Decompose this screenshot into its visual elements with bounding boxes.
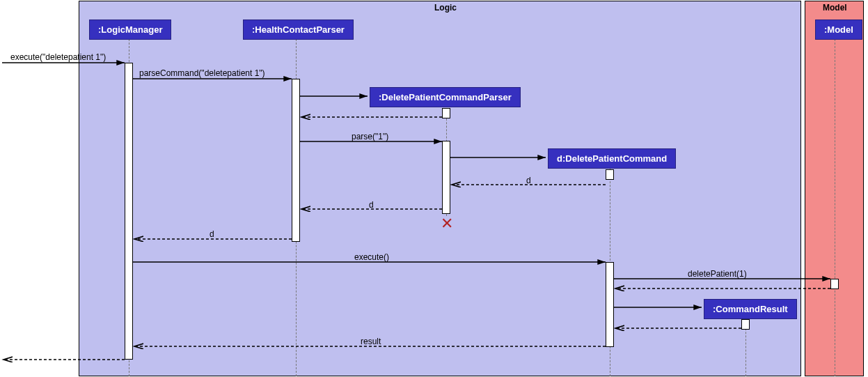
participant-model: :Model [815, 20, 862, 40]
activation-logic-manager [125, 63, 133, 360]
msg-return-d3: d [210, 229, 214, 239]
activation-dpc-parser-2 [442, 141, 450, 214]
msg-return-d1: d [526, 176, 531, 185]
activation-dpc-parser-1 [442, 108, 450, 118]
model-title: Model [823, 3, 847, 13]
participant-logic-manager: :LogicManager [89, 20, 171, 40]
activation-dpc-1 [606, 169, 614, 180]
activation-health-parser [292, 79, 300, 242]
lifeline-model [835, 39, 835, 376]
msg-deletepatient: deletePatient(1) [688, 269, 747, 279]
activation-dpc-2 [606, 262, 614, 347]
participant-health-parser: :HealthContactParser [243, 20, 354, 40]
activation-model [830, 279, 839, 289]
msg-execute: execute("deletepatient 1") [10, 52, 106, 62]
logic-title: Logic [434, 3, 457, 13]
msg-parse: parse("1") [352, 132, 388, 141]
activation-cmd-result [741, 319, 750, 330]
participant-dpc: d:DeletePatientCommand [548, 148, 676, 169]
destroy-icon: ✕ [441, 215, 453, 233]
msg-return-d2: d [369, 200, 374, 210]
msg-result: result [361, 337, 381, 346]
logic-container: Logic [79, 1, 801, 376]
participant-cmd-result: :CommandResult [704, 299, 797, 319]
msg-execute2: execute() [354, 252, 389, 262]
msg-parsecommand: parseCommand("deletepatient 1") [139, 68, 265, 78]
participant-dpc-parser: :DeletePatientCommandParser [370, 87, 521, 107]
